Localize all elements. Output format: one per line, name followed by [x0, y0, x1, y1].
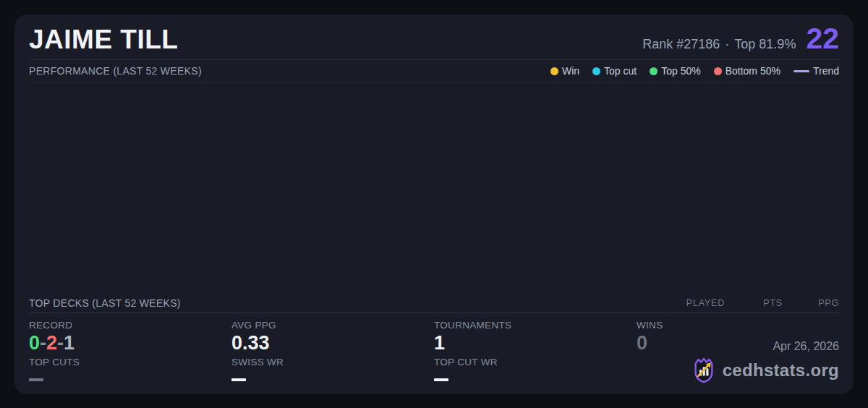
- legend-label: Win: [562, 65, 579, 77]
- top-cut-wr-empty-dash: [434, 378, 448, 381]
- legend-label: Bottom 50%: [726, 65, 780, 77]
- record-losses: 2: [46, 332, 57, 354]
- record-wins: 0: [29, 332, 40, 354]
- legend-label: Top cut: [604, 65, 637, 77]
- top-cuts-empty-dash: [29, 378, 43, 381]
- record-value: 0-2-1: [29, 331, 231, 354]
- legend-item-top-50: Top 50%: [650, 65, 700, 77]
- performance-header-row: PERFORMANCE (LAST 52 WEEKS) Win Top cut …: [29, 60, 839, 82]
- top-decks-columns: PLAYED PTS PPG: [660, 298, 839, 308]
- column-header-played: PLAYED: [660, 298, 725, 308]
- record-dash: -: [40, 332, 46, 354]
- tournaments-value: 1: [434, 331, 637, 354]
- column-header-pts: PTS: [725, 298, 783, 308]
- rank-separator: ·: [725, 37, 729, 51]
- bottom-50-dot-icon: [714, 67, 722, 75]
- score-value: 22: [806, 25, 839, 52]
- legend-item-top-cut: Top cut: [592, 65, 637, 77]
- trend-line-icon: [793, 70, 809, 72]
- stat-label: RECORD: [29, 320, 231, 331]
- legend-item-bottom-50: Bottom 50%: [714, 65, 780, 77]
- legend-label: Top 50%: [661, 65, 700, 77]
- stat-label: WINS: [637, 320, 839, 331]
- performance-chart-area: [29, 82, 839, 293]
- legend-item-win: Win: [550, 65, 579, 77]
- stat-label: TOP CUTS: [29, 357, 231, 367]
- record-draws: 1: [64, 332, 75, 354]
- column-header-ppg: PPG: [783, 298, 839, 308]
- stat-avg-ppg: AVG PPG 0.33 SWISS WR: [231, 318, 434, 381]
- stat-record: RECORD 0-2-1 TOP CUTS: [29, 318, 231, 381]
- player-stats-card: JAIME TILL Rank #27186·Top 81.9% 22 PERF…: [14, 14, 854, 394]
- swiss-wr-empty-dash: [231, 378, 246, 381]
- player-name: JAIME TILL: [29, 25, 178, 55]
- record-dash: -: [57, 332, 64, 354]
- legend-item-trend: Trend: [793, 65, 839, 77]
- header-rank-group: Rank #27186·Top 81.9% 22: [642, 25, 839, 52]
- card-footer: Apr 26, 2026 cedhstats.org: [692, 340, 839, 384]
- top-50-dot-icon: [650, 67, 658, 75]
- stat-label: AVG PPG: [231, 320, 434, 331]
- avg-ppg-value: 0.33: [231, 331, 434, 354]
- card-header: JAIME TILL Rank #27186·Top 81.9% 22: [29, 25, 839, 60]
- stat-tournaments: TOURNAMENTS 1 TOP CUT WR: [434, 318, 637, 381]
- rank-line: Rank #27186·Top 81.9%: [642, 37, 796, 52]
- win-dot-icon: [550, 67, 558, 75]
- chart-legend: Win Top cut Top 50% Bottom 50% Trend: [550, 65, 839, 77]
- top-decks-title: TOP DECKS (LAST 52 WEEKS): [29, 297, 181, 309]
- legend-label: Trend: [813, 65, 839, 77]
- top-cut-dot-icon: [592, 67, 600, 75]
- date-label: Apr 26, 2026: [692, 340, 839, 353]
- rank-text: Rank #27186: [642, 37, 720, 51]
- performance-title: PERFORMANCE (LAST 52 WEEKS): [29, 65, 202, 77]
- top-percent-text: Top 81.9%: [734, 37, 796, 51]
- brand-text: cedhstats.org: [723, 360, 839, 381]
- stat-label: TOP CUT WR: [434, 357, 637, 367]
- brand-link[interactable]: cedhstats.org: [692, 357, 839, 384]
- cedhstats-logo-icon: [692, 357, 716, 384]
- stat-label: TOURNAMENTS: [434, 320, 637, 331]
- top-decks-header-row: TOP DECKS (LAST 52 WEEKS) PLAYED PTS PPG: [29, 293, 839, 313]
- stat-label: SWISS WR: [231, 357, 434, 367]
